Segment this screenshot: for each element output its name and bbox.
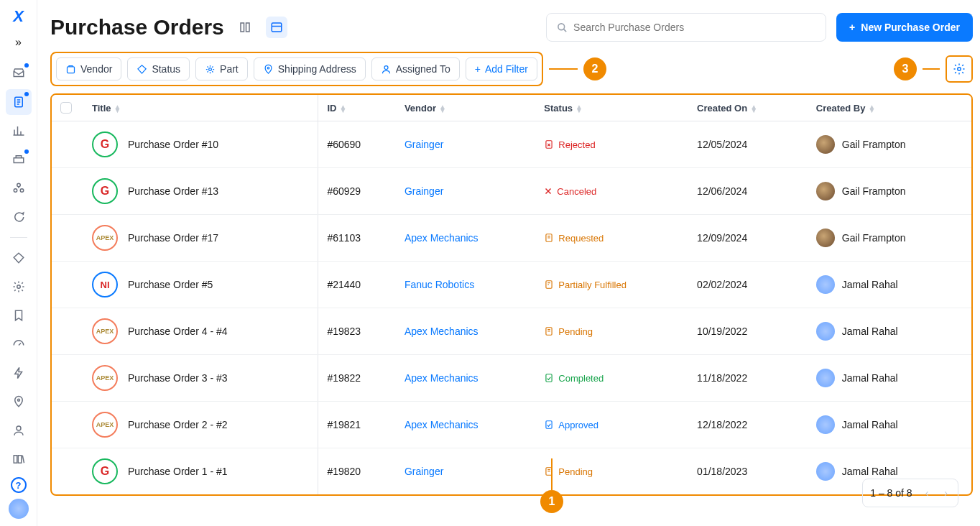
row-id: #60929 xyxy=(318,168,396,215)
column-vendor[interactable]: Vendor▲▼ xyxy=(396,95,535,121)
user-avatar xyxy=(816,322,835,341)
svg-rect-7 xyxy=(14,456,17,463)
svg-rect-8 xyxy=(18,456,22,463)
status-badge: Pending xyxy=(544,326,680,337)
row-title: Purchase Order 4 - #4 xyxy=(128,326,228,337)
status-icon xyxy=(544,326,554,336)
sort-icon: ▲▼ xyxy=(439,105,446,112)
app-logo: X xyxy=(13,7,24,26)
pin-icon xyxy=(263,64,274,75)
nav-teams[interactable] xyxy=(6,175,32,201)
help-button[interactable]: ? xyxy=(11,477,27,493)
vendor-link[interactable]: Apex Mechanics xyxy=(405,326,479,337)
nav-messages[interactable] xyxy=(6,204,32,230)
status-icon xyxy=(544,139,554,149)
svg-point-4 xyxy=(17,285,20,289)
search-input[interactable] xyxy=(573,22,815,33)
row-title: Purchase Order 1 - #1 xyxy=(128,466,228,477)
view-table-button[interactable] xyxy=(266,17,287,38)
nav-assets[interactable] xyxy=(6,147,32,172)
nav-automations[interactable] xyxy=(6,360,32,386)
table-settings-button[interactable] xyxy=(946,55,973,83)
row-created-on: 10/19/2022 xyxy=(688,308,808,355)
filter-status[interactable]: Status xyxy=(127,57,190,80)
select-all-checkbox[interactable] xyxy=(60,102,72,114)
current-user-avatar[interactable] xyxy=(9,499,29,519)
row-id: #19820 xyxy=(318,448,396,495)
row-created-on: 12/06/2024 xyxy=(688,168,808,215)
vendor-link[interactable]: Grainger xyxy=(405,139,443,150)
svg-point-15 xyxy=(267,67,269,69)
svg-rect-23 xyxy=(546,421,552,429)
row-id: #19822 xyxy=(318,355,396,402)
nav-people[interactable] xyxy=(6,417,32,443)
status-icon xyxy=(544,280,554,290)
row-created-on: 12/05/2024 xyxy=(688,121,808,168)
add-filter-button[interactable]: +Add Filter xyxy=(466,57,537,80)
column-id[interactable]: ID▲▼ xyxy=(318,95,396,121)
plus-icon: + xyxy=(849,22,855,33)
pagination-prev[interactable]: ‹ xyxy=(923,484,932,502)
nav-library[interactable] xyxy=(6,446,32,472)
column-created-by[interactable]: Created By▲▼ xyxy=(808,95,971,121)
nav-locations[interactable] xyxy=(6,389,32,415)
nav-gauge[interactable] xyxy=(6,331,32,357)
vendor-link[interactable]: Apex Mechanics xyxy=(405,232,479,244)
pagination: 1 – 8 of 8 ‹ › xyxy=(862,479,958,507)
created-by-cell: Jamal Rahal xyxy=(816,322,963,341)
column-status[interactable]: Status▲▼ xyxy=(535,95,688,121)
filter-assigned-to[interactable]: Assigned To xyxy=(371,57,460,80)
vendor-logo-icon: APEX xyxy=(92,318,118,344)
created-by-cell: Jamal Rahal xyxy=(816,369,963,387)
user-avatar xyxy=(816,182,835,200)
row-id: #60690 xyxy=(318,121,396,168)
table-row[interactable]: APEX Purchase Order 2 - #2 #19821 Apex M… xyxy=(52,402,971,448)
table-row[interactable]: NI Purchase Order #5 #21440 Fanuc Roboti… xyxy=(52,262,971,308)
filter-shipping-address[interactable]: Shipping Address xyxy=(254,57,366,80)
nav-settings[interactable] xyxy=(6,274,32,300)
table-row[interactable]: APEX Purchase Order 4 - #4 #19823 Apex M… xyxy=(52,308,971,355)
nav-bookmarks[interactable] xyxy=(6,303,32,328)
vendor-link[interactable]: Apex Mechanics xyxy=(405,419,479,430)
callout-connector xyxy=(549,68,578,70)
column-title[interactable]: Title▲▼ xyxy=(83,95,318,121)
table-row[interactable]: G Purchase Order #13 #60929 Grainger Can… xyxy=(52,168,971,215)
nav-reports[interactable] xyxy=(6,118,32,144)
vendor-logo-icon: APEX xyxy=(92,365,118,391)
table-row[interactable]: APEX Purchase Order #17 #61103 Apex Mech… xyxy=(52,215,971,262)
pagination-next[interactable]: › xyxy=(941,484,951,502)
column-created-on[interactable]: Created On▲▼ xyxy=(688,95,808,121)
sort-icon: ▲▼ xyxy=(575,105,583,112)
row-id: #61103 xyxy=(318,215,396,262)
view-columns-button[interactable] xyxy=(234,17,256,38)
vendor-link[interactable]: Grainger xyxy=(405,466,443,477)
nav-purchase-orders[interactable] xyxy=(6,89,32,115)
filter-vendor[interactable]: Vendor xyxy=(56,57,121,80)
status-badge: Requested xyxy=(544,233,680,244)
table-row[interactable]: G Purchase Order 1 - #1 #19820 Grainger … xyxy=(52,448,971,495)
svg-point-17 xyxy=(958,68,961,71)
row-created-on: 11/18/2022 xyxy=(688,355,808,402)
created-by-cell: Gail Frampton xyxy=(816,229,963,247)
table-row[interactable]: APEX Purchase Order 3 - #3 #19822 Apex M… xyxy=(52,355,971,402)
status-icon xyxy=(544,420,554,430)
search-box[interactable] xyxy=(546,13,826,42)
user-avatar xyxy=(816,415,835,434)
vendor-logo-icon: G xyxy=(92,178,118,204)
svg-point-14 xyxy=(209,68,212,70)
nav-tags[interactable] xyxy=(6,245,32,271)
created-by-cell: Jamal Rahal xyxy=(816,275,963,294)
expand-sidebar-button[interactable]: » xyxy=(12,33,24,52)
vendor-link[interactable]: Grainger xyxy=(405,185,443,197)
vendor-link[interactable]: Fanuc Robotics xyxy=(405,279,474,290)
table-row[interactable]: G Purchase Order #10 #60690 Grainger Rej… xyxy=(52,121,971,168)
vendor-logo-icon: G xyxy=(92,132,118,157)
nav-inbox[interactable] xyxy=(6,60,32,86)
new-purchase-order-button[interactable]: + New Purchase Order xyxy=(836,13,973,42)
callout-1: 1 xyxy=(540,490,563,513)
filter-bar: Vendor Status Part Shipping Address Assi… xyxy=(50,52,543,86)
vendor-logo-icon: APEX xyxy=(92,225,118,251)
vendor-link[interactable]: Apex Mechanics xyxy=(405,372,479,384)
status-badge: Rejected xyxy=(544,139,680,150)
created-by-cell: Gail Frampton xyxy=(816,135,963,154)
